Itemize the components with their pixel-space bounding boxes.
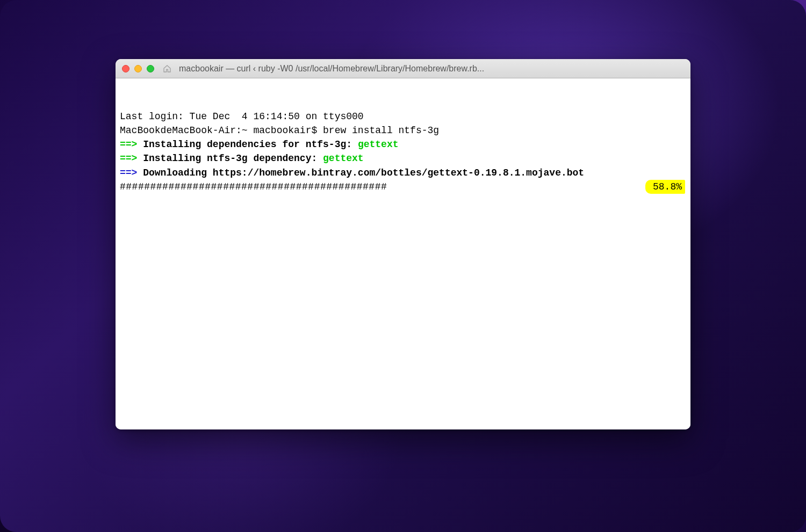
minimize-button[interactable] [134,65,142,72]
output-text: Installing dependencies for ntfs-3g: [137,139,357,150]
output-line-1: ==> Installing dependencies for ntfs-3g:… [120,137,686,151]
shell-prompt: MacBookdeMacBook-Air:~ macbookair$ [120,125,323,136]
output-line-3: ==> Downloading https://homebrew.bintray… [120,166,686,180]
command-text: brew install ntfs-3g [323,125,439,136]
terminal-window: macbookair — curl ‹ ruby -W0 /usr/local/… [116,59,690,429]
arrow-icon: ==> [120,139,137,150]
progress-line: ########################################… [120,180,686,194]
traffic-lights [122,65,154,72]
last-login-line: Last login: Tue Dec 4 16:14:50 on ttys00… [120,110,686,123]
progress-bar: ########################################… [120,180,387,194]
download-url: Downloading https://homebrew.bintray.com… [137,167,584,178]
title-bar[interactable]: macbookair — curl ‹ ruby -W0 /usr/local/… [116,59,690,78]
output-line-2: ==> Installing ntfs-3g dependency: gette… [120,151,686,165]
dependency-name: gettext [358,139,399,150]
maximize-button[interactable] [147,65,154,72]
progress-percent: 58.8% [645,180,685,194]
output-text: Installing ntfs-3g dependency: [137,153,323,164]
dependency-name: gettext [323,153,364,164]
window-title: macbookair — curl ‹ ruby -W0 /usr/local/… [179,64,684,74]
terminal-body[interactable]: Last login: Tue Dec 4 16:14:50 on ttys00… [116,78,690,429]
close-button[interactable] [122,65,129,72]
arrow-icon: ==> [120,167,137,178]
arrow-icon: ==> [120,153,137,164]
home-icon [163,64,171,73]
prompt-line: MacBookdeMacBook-Air:~ macbookair$ brew … [120,123,686,137]
